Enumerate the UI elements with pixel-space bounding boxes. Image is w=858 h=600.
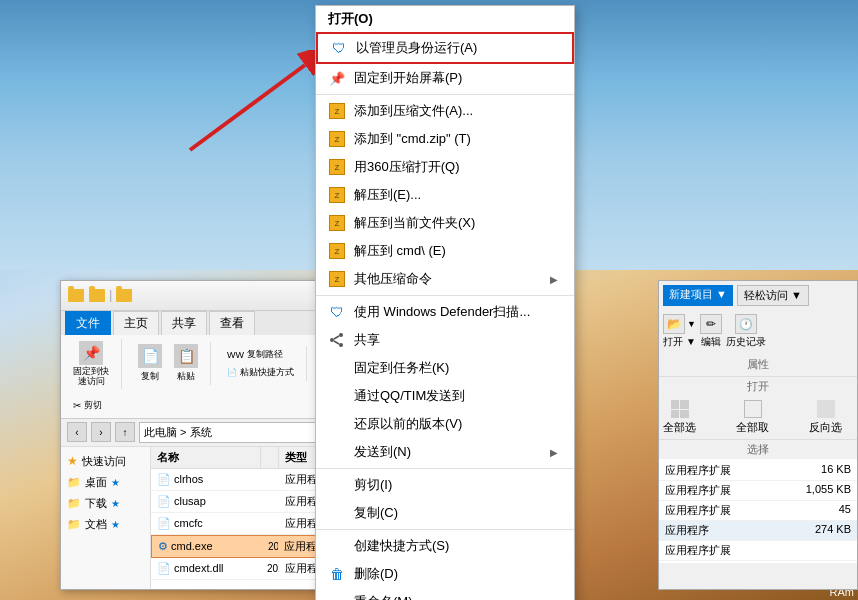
right-file-row[interactable]: 应用程序扩展 xyxy=(659,541,857,561)
zip-icon: Z xyxy=(328,102,346,120)
folder-icon: 📁 xyxy=(67,476,81,489)
btn-copy[interactable]: 📄 复制 xyxy=(134,342,166,385)
sidebar-item-label: 桌面 xyxy=(85,475,107,490)
ctx-item-restore-ver[interactable]: 还原以前的版本(V) xyxy=(316,410,574,438)
ctx-item-more-zip[interactable]: Z 其他压缩命令 ▶ xyxy=(316,265,574,293)
submenu-arrow: ▶ xyxy=(550,274,558,285)
svg-line-1 xyxy=(190,65,305,150)
btn-paste[interactable]: 📋 粘贴 xyxy=(170,342,202,385)
ctx-item-360open[interactable]: Z 用360压缩打开(Q) xyxy=(316,153,574,181)
ctx-item-pin-start[interactable]: 📌 固定到开始屏幕(P) xyxy=(316,64,574,92)
ctx-item-add-cmdzip[interactable]: Z 添加到 "cmd.zip" (T) xyxy=(316,125,574,153)
sidebar-item-docs[interactable]: 📁 文档 ★ xyxy=(61,514,150,535)
sidebar-item-quick[interactable]: ★ 快速访问 xyxy=(61,451,150,472)
svg-point-2 xyxy=(339,333,343,337)
tab-share[interactable]: 共享 xyxy=(161,311,207,335)
titlebar-folder-icon xyxy=(67,287,85,305)
ctx-item-copyfile[interactable]: 复制(C) xyxy=(316,499,574,527)
svg-line-5 xyxy=(334,336,339,339)
right-file-row[interactable]: 应用程序扩展16 KB xyxy=(659,461,857,481)
sidebar-item-desktop[interactable]: 📁 桌面 ★ xyxy=(61,472,150,493)
sidebar-item-label: 下载 xyxy=(85,496,107,511)
context-menu: 打开(O) 🛡 以管理员身份运行(A) 📌 固定到开始屏幕(P) Z 添加到压缩… xyxy=(315,5,575,600)
ctx-item-rename[interactable]: 重命名(M) xyxy=(316,588,574,600)
file-icon: 📄 xyxy=(157,562,171,575)
exe-icon: ⚙ xyxy=(158,540,168,553)
ctx-item-runas[interactable]: 🛡 以管理员身份运行(A) xyxy=(316,32,574,64)
pin-start-icon: 📌 xyxy=(328,69,346,87)
edit-icon: ✏ xyxy=(700,314,722,334)
tab-home[interactable]: 主页 xyxy=(113,311,159,335)
svg-point-3 xyxy=(330,338,334,342)
btn-easy-access[interactable]: 轻松访问 ▼ xyxy=(737,285,809,306)
nav-up[interactable]: ↑ xyxy=(115,422,135,442)
ribbon-group-copy: 📄 复制 📋 粘贴 xyxy=(134,342,211,385)
open-icon: 📂 xyxy=(663,314,685,334)
right-file-row-selected[interactable]: 应用程序274 KB xyxy=(659,521,857,541)
btn-new-item[interactable]: 新建项目 ▼ xyxy=(663,285,733,306)
paste-icon: 📋 xyxy=(174,344,198,368)
ctx-item-share[interactable]: 共享 xyxy=(316,326,574,354)
ctx-item-send-qq[interactable]: 通过QQ/TIM发送到 xyxy=(316,382,574,410)
sidebar-item-label: 文档 xyxy=(85,517,107,532)
pin-mark: ★ xyxy=(111,477,120,488)
sidebar-item-label: 快速访问 xyxy=(82,454,126,469)
btn-history[interactable]: 🕐 历史记录 xyxy=(726,314,766,349)
btn-edit[interactable]: ✏ 编辑 xyxy=(700,314,722,349)
ctx-item-defender[interactable]: 🛡 使用 Windows Defender扫描... xyxy=(316,298,574,326)
btn-copy-path[interactable]: WW 复制路径 xyxy=(223,346,287,363)
ribbon-group-pin: 📌 固定到快速访问 xyxy=(69,339,122,389)
ctx-separator xyxy=(316,295,574,296)
btn-pin-quick[interactable]: 📌 固定到快速访问 xyxy=(69,339,113,389)
copy-file-icon xyxy=(328,504,346,522)
sendto-icon xyxy=(328,443,346,461)
ctx-item-create-shortcut[interactable]: 创建快捷方式(S) xyxy=(316,532,574,560)
invert-icon xyxy=(817,400,835,418)
sidebar-pane: ★ 快速访问 📁 桌面 ★ 📁 下载 ★ 📁 文档 ★ xyxy=(61,447,151,589)
btn-invert-select[interactable]: 反向选 xyxy=(809,400,842,435)
ctx-item-extract-cmd[interactable]: Z 解压到 cmd\ (E) xyxy=(316,237,574,265)
ctx-title-open: 打开(O) xyxy=(316,6,574,32)
folder-icon: 📁 xyxy=(67,518,81,531)
ctx-item-pin-taskbar[interactable]: 固定到任务栏(K) xyxy=(316,354,574,382)
nav-back[interactable]: ‹ xyxy=(67,422,87,442)
share-icon xyxy=(328,331,346,349)
sidebar-item-download[interactable]: 📁 下载 ★ xyxy=(61,493,150,514)
restore-icon xyxy=(328,415,346,433)
ctx-separator xyxy=(316,468,574,469)
btn-deselect-all[interactable]: 全部取 xyxy=(736,400,769,435)
file-icon: 📄 xyxy=(157,517,171,530)
header-date xyxy=(261,447,279,468)
right-file-row[interactable]: 应用程序扩展1,055 KB xyxy=(659,481,857,501)
shield-icon: 🛡 xyxy=(330,39,348,57)
titlebar-separator: | xyxy=(109,287,112,305)
ctx-separator xyxy=(316,529,574,530)
cut-icon xyxy=(328,476,346,494)
btn-select-all[interactable]: 全部选 xyxy=(663,400,696,435)
ctx-item-extract-here[interactable]: Z 解压到当前文件夹(X) xyxy=(316,209,574,237)
ctx-item-add-zip[interactable]: Z 添加到压缩文件(A)... xyxy=(316,97,574,125)
tab-view[interactable]: 查看 xyxy=(209,311,255,335)
qq-icon xyxy=(328,387,346,405)
right-panel: 新建项目 ▼ 轻松访问 ▼ 📂 ▼ 打开 ▼ ✏ 编辑 🕐 历史记录 属性 打开 xyxy=(658,280,858,590)
zip-cmd-icon: Z xyxy=(328,242,346,260)
ctx-item-extract[interactable]: Z 解压到(E)... xyxy=(316,181,574,209)
ctx-separator xyxy=(316,94,574,95)
pin-icon: 📌 xyxy=(79,341,103,365)
rename-icon xyxy=(328,593,346,600)
ctx-item-delete[interactable]: 🗑 删除(D) xyxy=(316,560,574,588)
defender-icon: 🛡 xyxy=(328,303,346,321)
pin-mark: ★ xyxy=(111,519,120,530)
ctx-item-cut[interactable]: 剪切(I) xyxy=(316,471,574,499)
btn-paste-shortcut[interactable]: 📄 粘贴快捷方式 xyxy=(223,364,298,381)
btn-cut[interactable]: ✂ 剪切 xyxy=(69,397,106,414)
file-icon: 📄 xyxy=(157,495,171,508)
btn-open[interactable]: 📂 ▼ 打开 ▼ xyxy=(663,314,696,349)
zip-icon2: Z xyxy=(328,130,346,148)
history-icon: 🕐 xyxy=(735,314,757,334)
right-file-row[interactable]: 应用程序扩展45 xyxy=(659,501,857,521)
tab-file[interactable]: 文件 xyxy=(65,311,111,335)
ctx-item-sendto[interactable]: 发送到(N) ▶ xyxy=(316,438,574,466)
select-all-icon xyxy=(671,400,689,418)
nav-forward[interactable]: › xyxy=(91,422,111,442)
